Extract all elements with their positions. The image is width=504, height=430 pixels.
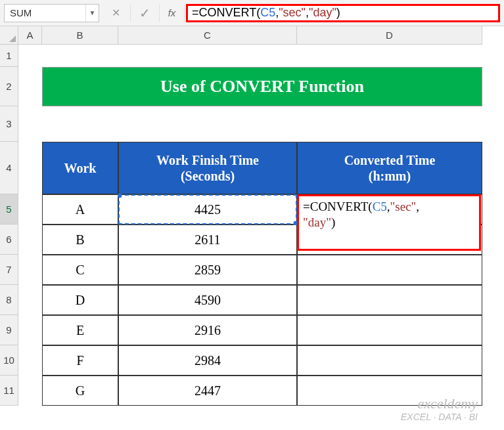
name-box-dropdown-icon[interactable]: ▼: [85, 5, 99, 22]
cell-work[interactable]: E: [42, 315, 118, 345]
cell-time[interactable]: 2916: [118, 315, 297, 345]
cell-work[interactable]: D: [42, 285, 118, 315]
enter-icon[interactable]: ✓: [131, 4, 160, 22]
row-header-3[interactable]: 3: [0, 106, 18, 142]
col-header-B[interactable]: B: [42, 26, 118, 45]
cell-time[interactable]: 2984: [118, 345, 297, 376]
cell-work[interactable]: A: [42, 194, 118, 225]
header-finish-time: Work Finish Time(Seconds): [118, 142, 297, 194]
formula-bar-row: SUM ▼ ✕ ✓ fx =CONVERT(C5,"sec","day"): [0, 0, 504, 26]
title-cell: Use of CONVERT Function: [42, 67, 482, 106]
editing-cell[interactable]: =CONVERT(C5,"sec","day"): [297, 194, 481, 251]
cell-converted[interactable]: [297, 255, 482, 285]
col-header-A[interactable]: A: [18, 26, 42, 45]
row-header-10[interactable]: 10: [0, 345, 18, 376]
spreadsheet-grid: 1234567891011 ABCD Use of CONVERT Functi…: [0, 26, 504, 430]
header-work: Work: [42, 142, 118, 194]
formula-bar[interactable]: =CONVERT(C5,"sec","day"): [186, 4, 500, 22]
row-header-8[interactable]: 8: [0, 285, 18, 315]
col-header-C[interactable]: C: [118, 26, 297, 45]
cell-time[interactable]: 4425: [118, 194, 297, 225]
row-header-9[interactable]: 9: [0, 315, 18, 345]
cell-time[interactable]: 2611: [118, 225, 297, 255]
select-all-corner[interactable]: [0, 26, 18, 45]
row-header-1[interactable]: 1: [0, 45, 18, 67]
cell-work[interactable]: F: [42, 345, 118, 376]
row-header-7[interactable]: 7: [0, 255, 18, 285]
cell-work[interactable]: C: [42, 255, 118, 285]
cancel-icon[interactable]: ✕: [102, 4, 131, 22]
row-header-5[interactable]: 5: [0, 194, 18, 225]
name-box-container[interactable]: SUM ▼: [4, 4, 99, 22]
cell-time[interactable]: 4590: [118, 285, 297, 315]
cell-time[interactable]: 2859: [118, 255, 297, 285]
row-header-2[interactable]: 2: [0, 67, 18, 106]
name-box[interactable]: SUM: [5, 7, 85, 18]
cell-converted[interactable]: [297, 345, 482, 376]
row-header-4[interactable]: 4: [0, 142, 18, 194]
grid-wrap: ABCD Use of CONVERT FunctionWorkWork Fin…: [18, 26, 504, 430]
col-header-D[interactable]: D: [297, 26, 482, 45]
header-converted-time: Converted Time(h:mm): [297, 142, 482, 194]
fx-section: ✕ ✓ fx =CONVERT(C5,"sec","day"): [102, 4, 500, 22]
column-headers: ABCD: [18, 26, 504, 45]
watermark: exceldemy EXCEL · DATA · BI: [401, 396, 478, 422]
row-header-column: 1234567891011: [0, 26, 18, 430]
formula-text: =CONVERT(: [192, 6, 260, 20]
cell-time[interactable]: 2447: [118, 376, 297, 406]
cell-work[interactable]: B: [42, 225, 118, 255]
row-header-11[interactable]: 11: [0, 376, 18, 406]
formula-ref: C5: [260, 6, 275, 20]
cell-converted[interactable]: [297, 285, 482, 315]
fx-icon[interactable]: fx: [160, 4, 185, 22]
row-header-6[interactable]: 6: [0, 225, 18, 255]
cell-converted[interactable]: [297, 315, 482, 345]
cell-work[interactable]: G: [42, 376, 118, 406]
